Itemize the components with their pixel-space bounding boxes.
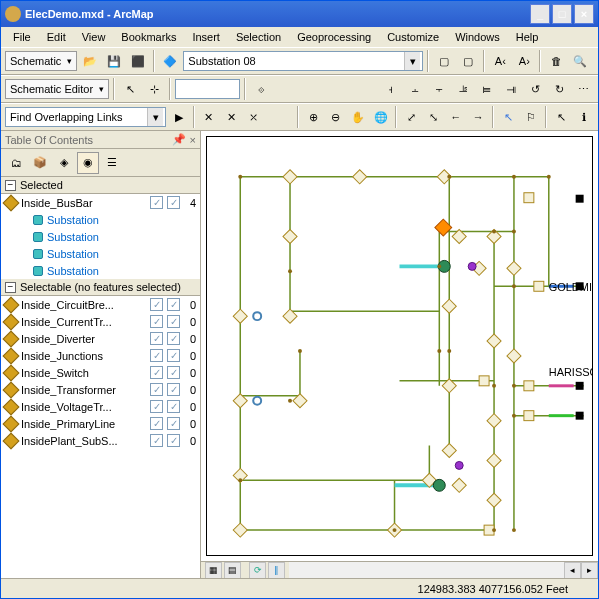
visible-checkbox[interactable]: ✓ <box>167 417 180 430</box>
substation-item[interactable]: Substation <box>1 245 200 262</box>
execute-icon[interactable]: ▶ <box>168 106 188 128</box>
list-drawing-order-icon[interactable]: 🗂 <box>5 152 27 174</box>
select-features-icon[interactable]: ↖ <box>498 106 518 128</box>
layer-row-busbar[interactable]: Inside_BusBar ✓ ✓ 4 <box>1 194 200 211</box>
diagram-combo[interactable]: Substation 08 ▾ <box>183 51 423 71</box>
selectable-checkbox[interactable]: ✓ <box>150 196 163 209</box>
visible-checkbox[interactable]: ✓ <box>167 298 180 311</box>
increase-symbol-icon[interactable]: A› <box>513 50 535 72</box>
align-right-icon[interactable]: ⫟ <box>428 78 450 100</box>
open-diagram-icon[interactable]: 📂 <box>79 50 101 72</box>
layer-row[interactable]: Inside_Switch✓✓0 <box>1 364 200 381</box>
menu-windows[interactable]: Windows <box>447 29 508 45</box>
extent-out-icon[interactable]: ⤡ <box>423 106 443 128</box>
prev-extent-icon[interactable]: ← <box>446 106 466 128</box>
pin-icon[interactable]: 📌 <box>172 133 186 146</box>
chevron-down-icon[interactable]: ▾ <box>404 52 420 70</box>
layer-row[interactable]: InsidePlant_SubS...✓✓0 <box>1 432 200 449</box>
zoom-out-icon[interactable]: ⊖ <box>326 106 346 128</box>
refresh-icon[interactable]: ⟳ <box>249 562 266 579</box>
layer-row[interactable]: Inside_CurrentTr...✓✓0 <box>1 313 200 330</box>
selectable-checkbox[interactable]: ✓ <box>150 315 163 328</box>
minimize-button[interactable]: _ <box>530 4 550 24</box>
menu-view[interactable]: View <box>74 29 114 45</box>
substation-item[interactable]: Substation <box>1 228 200 245</box>
align-top-icon[interactable]: ⫡ <box>452 78 474 100</box>
collapse-icon[interactable]: − <box>5 282 16 293</box>
scroll-left-icon[interactable]: ◂ <box>564 562 581 579</box>
layout-view-icon[interactable]: ▤ <box>224 562 241 579</box>
align-middle-icon[interactable]: ⫢ <box>476 78 498 100</box>
schematic-dropdown[interactable]: Schematic <box>5 51 77 71</box>
visible-checkbox[interactable]: ✓ <box>167 366 180 379</box>
close-button[interactable]: × <box>574 4 594 24</box>
selectable-checkbox[interactable]: ✓ <box>150 383 163 396</box>
find-combo[interactable]: Find Overlapping Links ▾ <box>5 107 166 127</box>
map-canvas-wrap[interactable]: GOLDMINE HARISSON <box>201 131 598 561</box>
align-center-icon[interactable]: ⫠ <box>404 78 426 100</box>
data-view-icon[interactable]: ▦ <box>205 562 222 579</box>
pause-icon[interactable]: ‖ <box>268 562 285 579</box>
zoom-in-icon[interactable]: ⊕ <box>303 106 323 128</box>
select-elements-icon[interactable]: ↖ <box>119 78 141 100</box>
rotate-right-icon[interactable]: ↻ <box>548 78 570 100</box>
visible-checkbox[interactable]: ✓ <box>167 196 180 209</box>
extent-in-icon[interactable]: ⤢ <box>401 106 421 128</box>
editor-value-input[interactable] <box>175 79 240 99</box>
scroll-right-icon[interactable]: ▸ <box>581 562 598 579</box>
selectable-checkbox[interactable]: ✓ <box>150 332 163 345</box>
edge-icon-2[interactable]: ✕ <box>221 106 241 128</box>
save-edits-icon[interactable]: 💾 <box>103 50 125 72</box>
visible-checkbox[interactable]: ✓ <box>167 383 180 396</box>
menu-bookmarks[interactable]: Bookmarks <box>113 29 184 45</box>
visible-checkbox[interactable]: ✓ <box>167 349 180 362</box>
visible-checkbox[interactable]: ✓ <box>167 315 180 328</box>
menu-selection[interactable]: Selection <box>228 29 289 45</box>
substation-item[interactable]: Substation <box>1 211 200 228</box>
align-bottom-icon[interactable]: ⫣ <box>500 78 522 100</box>
move-icon[interactable]: ⊹ <box>143 78 165 100</box>
rotate-left-icon[interactable]: ↺ <box>524 78 546 100</box>
collapse-icon[interactable]: − <box>5 180 16 191</box>
selected-section-header[interactable]: − Selected <box>1 177 200 194</box>
layout-task-icon[interactable]: ⟐ <box>250 78 272 100</box>
layer-row[interactable]: Inside_Diverter✓✓0 <box>1 330 200 347</box>
substation-item[interactable]: Substation <box>1 262 200 279</box>
select-elements-icon-2[interactable]: ↖ <box>551 106 571 128</box>
h-scrollbar[interactable] <box>289 562 564 579</box>
selectable-checkbox[interactable]: ✓ <box>150 349 163 362</box>
close-toc-icon[interactable]: × <box>190 134 196 146</box>
selectable-checkbox[interactable]: ✓ <box>150 400 163 413</box>
edge-icon-3[interactable]: ⤫ <box>243 106 263 128</box>
clear-selection-icon[interactable]: ⚐ <box>521 106 541 128</box>
identify-icon[interactable]: ℹ <box>574 106 594 128</box>
layer-row[interactable]: Inside_VoltageTr...✓✓0 <box>1 398 200 415</box>
visible-checkbox[interactable]: ✓ <box>167 332 180 345</box>
decrease-symbol-icon[interactable]: A‹ <box>489 50 511 72</box>
menu-geoprocessing[interactable]: Geoprocessing <box>289 29 379 45</box>
tool-icon-2[interactable]: ▢ <box>457 50 479 72</box>
tool-icon-1[interactable]: ▢ <box>433 50 455 72</box>
layer-row[interactable]: Inside_CircuitBre...✓✓0 <box>1 296 200 313</box>
layer-row[interactable]: Inside_Transformer✓✓0 <box>1 381 200 398</box>
menu-insert[interactable]: Insert <box>184 29 228 45</box>
remove-layer-icon[interactable]: 🗑 <box>545 50 567 72</box>
generate-icon[interactable]: ⬛ <box>127 50 149 72</box>
visible-checkbox[interactable]: ✓ <box>167 400 180 413</box>
full-extent-icon[interactable]: 🌐 <box>371 106 391 128</box>
list-source-icon[interactable]: 📦 <box>29 152 51 174</box>
list-visibility-icon[interactable]: ◈ <box>53 152 75 174</box>
chevron-down-icon[interactable]: ▾ <box>147 108 163 126</box>
menu-customize[interactable]: Customize <box>379 29 447 45</box>
selectable-checkbox[interactable]: ✓ <box>150 417 163 430</box>
additional-icon[interactable]: ⋯ <box>572 78 594 100</box>
list-selection-icon[interactable]: ◉ <box>77 152 99 174</box>
menu-file[interactable]: File <box>5 29 39 45</box>
options-icon[interactable]: ☰ <box>101 152 123 174</box>
layer-row[interactable]: Inside_PrimaryLine✓✓0 <box>1 415 200 432</box>
menu-edit[interactable]: Edit <box>39 29 74 45</box>
maximize-button[interactable]: □ <box>552 4 572 24</box>
selectable-checkbox[interactable]: ✓ <box>150 434 163 447</box>
next-extent-icon[interactable]: → <box>468 106 488 128</box>
layer-row[interactable]: Inside_Junctions✓✓0 <box>1 347 200 364</box>
